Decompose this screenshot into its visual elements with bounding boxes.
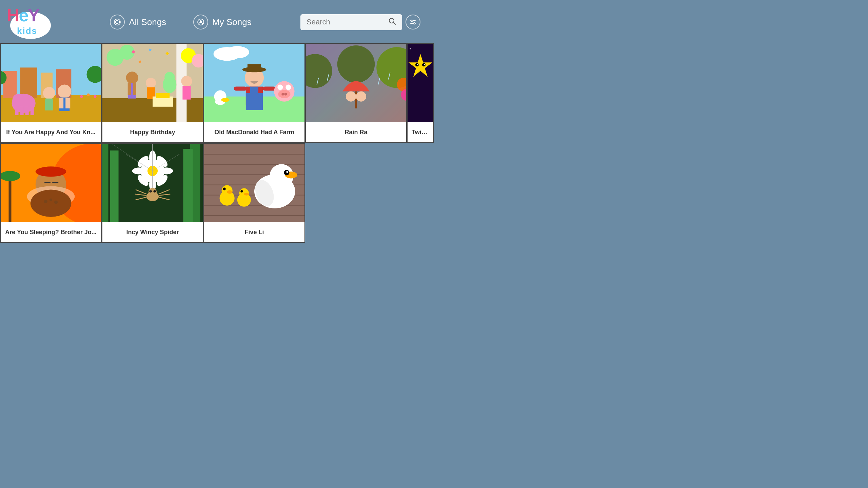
video-card-1[interactable]: If You Are Happy And You Kn... (0, 43, 102, 143)
svg-rect-71 (234, 87, 247, 91)
svg-point-169 (155, 190, 156, 191)
svg-point-75 (281, 93, 284, 96)
tab-my-songs[interactable]: My Songs (193, 15, 252, 29)
svg-rect-4 (116, 23, 118, 24)
svg-rect-180 (204, 205, 304, 206)
svg-point-12 (414, 23, 415, 24)
svg-rect-174 (204, 144, 304, 144)
svg-point-63 (225, 46, 249, 58)
video-title-bar-8: Five Li (204, 222, 304, 242)
svg-point-138 (31, 190, 72, 217)
video-title-bar-5: Twinkle Twinkle Little Star (408, 122, 433, 142)
film-icon (110, 15, 125, 29)
all-songs-label: All Songs (129, 17, 166, 27)
video-title-7: Incy Wincy Spider (106, 229, 199, 236)
svg-point-88 (346, 92, 356, 102)
video-title-bar-2: Happy Birthday (102, 122, 203, 142)
svg-point-190 (223, 188, 226, 190)
svg-point-53 (146, 78, 156, 88)
svg-point-99 (410, 48, 411, 49)
svg-rect-176 (204, 164, 304, 165)
video-card-7[interactable]: Incy Wincy Spider (102, 143, 203, 243)
video-card-6[interactable]: Are You Sleeping? Brother Jo... (0, 143, 102, 243)
search-box[interactable] (300, 14, 402, 30)
svg-point-109 (424, 64, 425, 65)
svg-point-152 (159, 167, 173, 174)
search-submit-button[interactable] (389, 18, 396, 27)
video-title-1: If You Are Happy And You Kn... (5, 129, 97, 136)
svg-rect-67 (248, 64, 261, 71)
svg-rect-70 (250, 87, 258, 100)
video-card-8[interactable]: Five Li (203, 143, 305, 243)
svg-rect-31 (65, 98, 70, 108)
logo-letter-h: H (7, 5, 19, 25)
svg-rect-24 (20, 107, 24, 115)
svg-point-151 (132, 167, 146, 174)
svg-rect-134 (41, 168, 61, 175)
logo-letter-y: Y (28, 5, 39, 25)
video-card-5[interactable]: Twinkle Twinkle Little Star (407, 43, 434, 143)
filter-button[interactable] (406, 15, 420, 29)
video-card-3[interactable]: Old MacDonald Had A Farm (203, 43, 305, 143)
search-input[interactable] (307, 18, 385, 26)
svg-point-139 (44, 200, 47, 203)
video-grid: If You Are Happy And You Kn... (0, 43, 434, 243)
svg-point-28 (58, 85, 71, 98)
svg-point-186 (286, 171, 288, 173)
svg-point-195 (244, 193, 249, 196)
svg-point-194 (240, 190, 243, 192)
video-thumbnail-4 (306, 44, 406, 122)
svg-point-108 (417, 64, 418, 65)
search-area (300, 14, 420, 30)
video-thumbnail-7 (102, 144, 203, 222)
svg-rect-33 (45, 99, 53, 110)
svg-rect-51 (128, 83, 131, 95)
svg-rect-17 (20, 67, 37, 98)
svg-point-32 (43, 87, 55, 99)
svg-point-141 (54, 201, 58, 204)
tab-all-songs[interactable]: All Songs (110, 15, 166, 29)
video-card-2[interactable]: Happy Birthday (102, 43, 203, 143)
video-title-8: Five Li (208, 229, 300, 236)
video-thumbnail-6 (1, 144, 101, 222)
svg-point-78 (285, 85, 291, 90)
svg-rect-56 (156, 93, 170, 98)
logo[interactable]: HeY kids (7, 5, 61, 39)
video-title-6: Are You Sleeping? Brother Jo... (5, 229, 97, 236)
svg-point-10 (411, 20, 413, 22)
logo-kids: kids (17, 26, 37, 36)
svg-point-140 (50, 199, 52, 201)
video-thumbnail-2 (102, 44, 203, 122)
svg-rect-2 (119, 21, 120, 23)
svg-point-76 (284, 93, 287, 96)
video-title-3: Old MacDonald Had A Farm (208, 129, 300, 136)
svg-rect-3 (116, 20, 118, 21)
video-thumbnail-8 (204, 144, 304, 222)
svg-rect-144 (110, 150, 118, 222)
svg-point-36 (94, 95, 97, 98)
svg-rect-146 (183, 149, 193, 222)
svg-rect-25 (25, 107, 29, 115)
svg-point-77 (277, 85, 283, 90)
person-icon (193, 15, 208, 29)
svg-point-81 (221, 98, 230, 102)
svg-point-59 (181, 76, 192, 86)
svg-rect-181 (204, 215, 304, 216)
video-card-4[interactable]: Rain Ra (305, 43, 407, 143)
video-title-bar-6: Are You Sleeping? Brother Jo... (1, 222, 101, 242)
svg-point-6 (200, 20, 202, 22)
svg-point-58 (164, 72, 175, 82)
video-title-4: Rain Ra (310, 129, 402, 136)
my-songs-label: My Songs (212, 17, 252, 27)
svg-rect-26 (31, 107, 34, 115)
video-thumbnail-3 (204, 44, 304, 122)
svg-point-86 (337, 45, 375, 83)
svg-point-89 (356, 92, 366, 102)
svg-rect-60 (182, 86, 191, 100)
svg-rect-72 (263, 87, 276, 91)
logo-letter-e: e (19, 5, 28, 25)
svg-point-191 (227, 190, 233, 194)
video-thumbnail-5 (408, 44, 433, 122)
svg-rect-30 (59, 98, 63, 108)
svg-point-49 (126, 72, 138, 84)
